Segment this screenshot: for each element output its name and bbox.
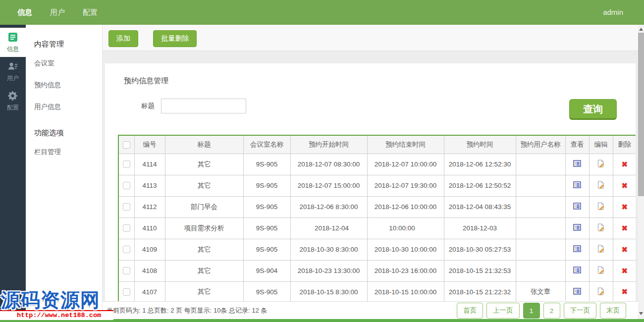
watermark: 源码资源网 http://www.net188.com	[0, 290, 113, 320]
page-title: 预约信息管理	[105, 63, 636, 86]
main-content: 添加 批量删除 预约信息管理 标题 查询 编号标题会议室名称预约开始时间预约结束…	[103, 25, 638, 322]
cell-edit	[589, 196, 613, 217]
cell-delete: ✖	[613, 175, 636, 196]
icon-sidebar: 信息 用户 配置	[0, 25, 26, 322]
topbar-item[interactable]: 用户	[50, 8, 65, 17]
delete-icon[interactable]: ✖	[621, 203, 628, 211]
column-header: 编辑	[589, 135, 613, 154]
cell-edit	[589, 239, 613, 260]
table-row: 4113其它9S-9052018-12-07 15:00:002018-12-0…	[118, 175, 636, 196]
view-icon[interactable]	[573, 266, 581, 274]
cell-view	[565, 217, 589, 239]
pagination-button[interactable]: 2	[543, 303, 560, 319]
edit-icon[interactable]	[597, 287, 605, 295]
cell-end-time: 2018-10-30 10:00:00	[367, 239, 444, 260]
scroll-up-arrow[interactable]	[639, 28, 643, 31]
view-icon[interactable]	[573, 287, 581, 295]
row-checkbox[interactable]	[123, 246, 130, 253]
cell-end-time: 2018-12-06 10:00:00	[367, 196, 444, 217]
cell-checkbox	[118, 196, 134, 217]
delete-icon[interactable]: ✖	[621, 267, 628, 275]
table-header-row: 编号标题会议室名称预约开始时间预约结束时间预约时间预约用户名称查看编辑删除	[118, 135, 636, 154]
cell-edit	[589, 175, 613, 196]
cell-view	[565, 196, 589, 217]
pagination-button[interactable]: 下一页	[564, 303, 597, 319]
view-icon[interactable]	[573, 160, 581, 167]
scrollbar-thumb[interactable]	[638, 33, 644, 196]
column-header[interactable]	[118, 135, 134, 154]
pagination-button[interactable]: 末页	[600, 303, 626, 319]
edit-icon[interactable]	[597, 223, 605, 231]
menu-item-meeting-room[interactable]: 会议室	[34, 56, 102, 71]
cell-room: 9S-905	[243, 154, 290, 175]
row-checkbox[interactable]	[123, 141, 130, 149]
cell-view	[565, 281, 589, 301]
menu-item-user-info[interactable]: 用户信息	[34, 100, 102, 114]
cell-id: 4112	[134, 196, 165, 217]
cell-title: 其它	[165, 260, 243, 281]
cell-user	[516, 154, 565, 175]
view-icon[interactable]	[573, 181, 581, 189]
cell-user	[516, 260, 565, 281]
edit-icon[interactable]	[597, 266, 605, 274]
edit-icon[interactable]	[597, 160, 605, 167]
sidebar-item-user[interactable]: 用户	[0, 57, 26, 86]
scrollbar[interactable]	[638, 25, 644, 319]
cell-start-time: 2018-10-15 8:30:00	[290, 281, 367, 301]
edit-icon[interactable]	[597, 245, 605, 253]
cell-user: 张文章	[516, 281, 565, 301]
cell-booked-time: 2018-10-15 21:22:32	[444, 281, 516, 301]
gear-icon	[7, 90, 18, 101]
cell-delete: ✖	[613, 154, 636, 175]
view-icon[interactable]	[573, 223, 581, 231]
row-checkbox[interactable]	[123, 203, 130, 211]
topbar-item[interactable]: 信息	[17, 8, 32, 17]
delete-icon[interactable]: ✖	[621, 287, 628, 296]
query-button[interactable]: 查询	[569, 99, 617, 120]
column-header: 预约开始时间	[290, 135, 367, 154]
search-row: 标题	[141, 99, 636, 113]
cell-id: 4109	[134, 239, 165, 260]
row-checkbox[interactable]	[123, 224, 130, 232]
cell-user	[516, 217, 565, 239]
pagination-button[interactable]: 1	[523, 303, 540, 319]
sidebar-item-config[interactable]: 配置	[0, 86, 26, 115]
cell-start-time: 2018-12-06 8:30:00	[290, 196, 367, 217]
edit-icon[interactable]	[597, 181, 605, 189]
cell-user	[516, 196, 565, 217]
user-badge[interactable]: admin	[603, 0, 623, 25]
row-checkbox[interactable]	[123, 267, 130, 274]
pagination-button[interactable]: 上一页	[486, 303, 520, 319]
topbar-item[interactable]: 配置	[83, 8, 98, 17]
cell-booked-time: 2018-12-04 08:43:35	[444, 196, 516, 217]
cell-delete: ✖	[613, 217, 636, 239]
view-icon[interactable]	[573, 202, 581, 210]
topbar-nav: 信息用户配置	[0, 8, 98, 17]
cell-title: 其它	[165, 239, 243, 260]
cell-room: 9S-905	[243, 217, 290, 239]
delete-icon[interactable]: ✖	[621, 181, 628, 190]
cell-edit	[589, 260, 613, 281]
reservation-panel: 预约信息管理 标题 查询 编号标题会议室名称预约开始时间预约结束时间预约时间预约…	[105, 63, 636, 301]
menu-item-reservation-info[interactable]: 预约信息	[34, 78, 102, 93]
scroll-down-arrow[interactable]	[639, 312, 643, 315]
cell-title: 部门早会	[165, 196, 243, 217]
search-input[interactable]	[161, 99, 246, 113]
row-checkbox[interactable]	[123, 161, 130, 168]
delete-icon[interactable]: ✖	[621, 224, 628, 232]
batch-delete-button[interactable]: 批量删除	[153, 30, 197, 47]
edit-icon[interactable]	[597, 202, 605, 210]
delete-icon[interactable]: ✖	[621, 160, 628, 168]
row-checkbox[interactable]	[123, 288, 130, 296]
delete-icon[interactable]: ✖	[621, 245, 628, 254]
sidebar-item-info[interactable]: 信息	[0, 28, 26, 57]
row-checkbox[interactable]	[123, 182, 130, 189]
cell-edit	[589, 217, 613, 239]
cell-booked-time: 2018-12-06 12:50:52	[444, 175, 516, 196]
add-button[interactable]: 添加	[108, 30, 138, 47]
action-toolbar: 添加 批量删除	[103, 25, 638, 51]
cell-title: 其它	[165, 175, 243, 196]
menu-item-column-management[interactable]: 栏目管理	[34, 145, 102, 160]
pagination-button[interactable]: 首页	[457, 303, 483, 319]
view-icon[interactable]	[573, 245, 581, 253]
